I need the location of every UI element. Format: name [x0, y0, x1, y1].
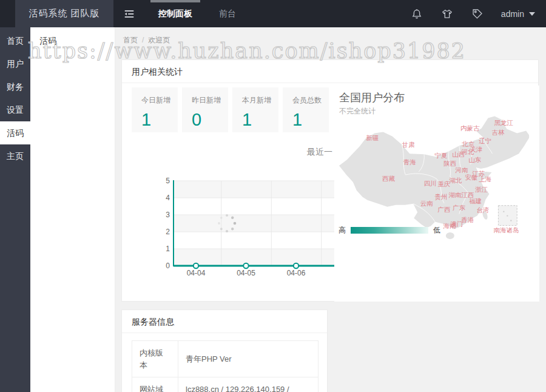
data-point-marker: [194, 263, 198, 268]
province-label-黑龙江: 黑龙江: [494, 120, 514, 126]
province-label-陕西: 陕西: [443, 160, 456, 167]
stat-card-value: 1: [292, 110, 329, 130]
province-label-西藏: 西藏: [382, 175, 395, 182]
user-stats-panel-title: 用户相关统计: [122, 60, 538, 83]
y-tick-label: 0: [166, 262, 170, 270]
caret-down-icon: [529, 12, 535, 16]
y-tick-label: 5: [166, 177, 170, 185]
stat-card-1: 今日新增1: [132, 87, 178, 132]
primary-sidebar: 首页用户财务设置活码主页: [0, 27, 30, 392]
province-label-宁夏: 宁夏: [435, 152, 448, 159]
province-label-辽宁: 辽宁: [479, 137, 491, 144]
chart-title: 最近一: [307, 147, 332, 158]
server-info-table: 内核版本青年PHP Ver网站域名/IPlcz888.cn / 129.226.…: [132, 340, 318, 392]
data-point-marker: [243, 263, 248, 268]
sidebar-item-设置[interactable]: 设置: [0, 98, 30, 121]
province-label-重庆: 重庆: [438, 181, 451, 188]
province-label-南海诸岛: 南海诸岛: [493, 227, 519, 234]
server-info-panel: 服务器信息 内核版本青年PHP Ver网站域名/IPlcz888.cn / 12…: [121, 309, 328, 392]
province-label-广东: 广东: [453, 204, 465, 211]
legend-high-label: 高: [339, 225, 346, 235]
notification-bell-icon[interactable]: [411, 8, 423, 20]
province-label-浙江: 浙江: [475, 186, 488, 193]
top-nav-item-1[interactable]: 控制面板: [145, 0, 206, 27]
province-label-上海: 上海: [479, 176, 491, 183]
breadcrumb-current: 欢迎页: [148, 36, 170, 44]
province-label-安徽: 安徽: [465, 174, 477, 181]
data-point-marker: [294, 263, 298, 268]
header-left-gap: [0, 0, 15, 27]
china-map: 新疆甘肃青海西藏宁夏山西陕西内蒙古黑龙江吉林辽宁北京天津河北山东河南江苏安徽上海…: [334, 111, 539, 242]
y-tick-label: 1: [166, 245, 170, 253]
province-label-香港: 香港: [461, 217, 474, 223]
secondary-sidebar: 活码: [30, 27, 115, 392]
legend-low-label: 低: [433, 225, 440, 235]
x-tick-label: 04-06: [287, 269, 306, 277]
breadcrumb-separator: /: [142, 36, 144, 44]
china-map-card: 全国用户分布 不完全统计: [334, 86, 539, 302]
hainan-island: [446, 232, 454, 239]
server-info-label: 内核版本: [132, 341, 178, 377]
stat-card-label: 今日新增: [141, 95, 178, 106]
top-nav: 控制面板前台: [113, 0, 249, 27]
province-label-甘肃: 甘肃: [402, 141, 415, 148]
server-info-row-1: 内核版本青年PHP Ver: [132, 341, 318, 377]
province-label-四川: 四川: [424, 180, 437, 187]
legend-gradient-bar: [351, 227, 428, 234]
stat-card-label: 昨日新增: [192, 95, 228, 106]
stat-card-value: 0: [192, 110, 228, 130]
province-label-青海: 青海: [403, 159, 416, 166]
tag-icon[interactable]: [471, 8, 484, 20]
top-nav-items: 控制面板前台: [145, 0, 249, 27]
sidebar-item-活码[interactable]: 活码: [0, 121, 30, 144]
sidebar-item-主页[interactable]: 主页: [0, 144, 30, 167]
theme-tshirt-icon[interactable]: [441, 8, 453, 20]
user-stats-panel: 用户相关统计 今日新增1昨日新增0本月新增1会员总数1 最近一: [121, 59, 539, 302]
server-info-value: 青年PHP Ver: [178, 341, 318, 377]
province-label-河南: 河南: [455, 167, 468, 174]
province-label-福建: 福建: [469, 198, 482, 204]
province-label-山东: 山东: [468, 157, 481, 163]
breadcrumb-home[interactable]: 首页: [123, 36, 138, 44]
province-label-河北: 河北: [461, 149, 474, 155]
y-tick-label: 3: [166, 211, 170, 219]
province-label-海南: 海南: [443, 223, 456, 229]
province-label-新疆: 新疆: [366, 135, 379, 141]
x-tick-label: 04-04: [187, 269, 206, 277]
province-label-内蒙古: 内蒙古: [460, 125, 480, 132]
username: admin: [501, 9, 524, 19]
stat-card-3: 本月新增1: [232, 87, 278, 132]
stat-card-4: 会员总数1: [283, 87, 329, 132]
sidebar-item-首页[interactable]: 首页: [0, 29, 30, 52]
map-legend: 高 低: [339, 225, 440, 235]
province-label-云南: 云南: [420, 200, 433, 207]
y-tick-label: 2: [166, 228, 170, 236]
province-label-湖北: 湖北: [449, 177, 462, 184]
menu-collapse-button[interactable]: [113, 0, 145, 27]
submenu-title: 活码: [30, 27, 115, 55]
sidebar-item-用户[interactable]: 用户: [0, 52, 30, 75]
x-tick-label: 04-05: [237, 269, 255, 277]
top-bar: 活码系统 团队版 控制面板前台 admin: [0, 0, 546, 27]
server-info-label: 网站域名/IP: [132, 377, 178, 392]
province-label-湖南: 湖南: [448, 192, 461, 198]
user-menu[interactable]: admin: [501, 9, 535, 19]
server-info-value: lcz888.cn / 129.226.140.159 / 118.249.12…: [178, 377, 318, 392]
map-title: 全国用户分布: [339, 90, 405, 105]
server-info-row-2: 网站域名/IPlcz888.cn / 129.226.140.159 / 118…: [132, 377, 318, 392]
sidebar-item-财务[interactable]: 财务: [0, 75, 30, 98]
province-label-贵州: 贵州: [435, 194, 448, 200]
app-logo: 活码系统 团队版: [15, 0, 113, 27]
stat-cards: 今日新增1昨日新增0本月新增1会员总数1: [132, 87, 333, 132]
main-content: 首页/欢迎页 用户相关统计 今日新增1昨日新增0本月新增1会员总数1 最近一: [115, 27, 546, 392]
chart-x-tick-labels: 04-0404-0504-06: [187, 269, 306, 277]
y-tick-label: 4: [166, 194, 170, 202]
province-label-吉林: 吉林: [491, 129, 505, 136]
south-china-sea-inset: [498, 206, 517, 226]
stat-card-label: 本月新增: [242, 95, 278, 106]
stat-card-value: 1: [242, 110, 278, 130]
user-growth-line-chart: 543210 04-0404-0504-06: [158, 177, 340, 280]
top-nav-item-2[interactable]: 前台: [206, 0, 249, 27]
province-label-台湾: 台湾: [476, 207, 489, 214]
chart-y-tick-labels: 543210: [166, 177, 170, 270]
